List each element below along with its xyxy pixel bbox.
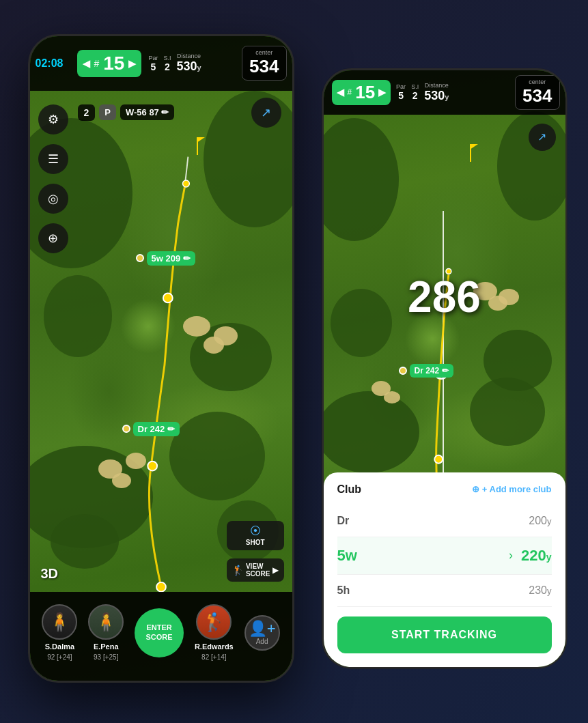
player-2-silhouette: 🧍	[95, 612, 117, 633]
prev-hole-arrow[interactable]: ◀	[83, 58, 90, 69]
right-phone: ◀ # 15 ▶ Par 5 S.I 2 Distance 530y	[322, 68, 568, 669]
right-flag-pole	[470, 148, 471, 162]
player-1-name: S.Dalma	[45, 642, 74, 651]
hole-number: 15	[103, 53, 124, 74]
club-row-dr[interactable]: Dr 200y	[337, 505, 552, 537]
player-2-avatar: 🧍	[88, 604, 124, 640]
right-si-label: S.I	[411, 83, 419, 90]
add-club-label: + Add more club	[482, 484, 552, 494]
right-hole-hash: #	[348, 87, 352, 97]
club-5h-name: 5h	[337, 584, 350, 597]
add-player-button[interactable]: 👤+ Add	[244, 615, 280, 651]
shot-button[interactable]: ⦿ SHOT	[227, 521, 284, 550]
hole-navigation[interactable]: ◀ # 15 ▶	[77, 50, 142, 77]
active-chevron-icon: ›	[509, 548, 513, 563]
right-waypoint-dr[interactable]: Dr 242 ✏	[399, 364, 453, 378]
par-block: Par 5	[148, 55, 158, 72]
right-club-dr-label: Dr 242 ✏	[410, 364, 453, 378]
share-button[interactable]: ↗	[251, 98, 281, 128]
next-hole-arrow[interactable]: ▶	[128, 58, 136, 69]
shot-button-label: SHOT	[246, 539, 265, 546]
svg-point-3	[182, 180, 189, 187]
enter-score-button[interactable]: ENTERSCORE	[135, 608, 184, 657]
svg-point-1	[148, 461, 157, 470]
right-distance-label: Distance	[424, 82, 449, 89]
distance-block: Distance 530y	[176, 53, 201, 74]
right-par-value: 5	[396, 90, 406, 101]
club-dr-distance: 200y	[529, 515, 551, 527]
flag-pole	[197, 141, 198, 155]
waypoint-5w[interactable]: 5w 209 ✏	[136, 251, 195, 266]
left-phone: 02:08 ◀ # 15 ▶ Par 5 S.I 2 Distance	[28, 34, 294, 683]
club-5w-right: › 220y	[509, 547, 552, 565]
golfer-icon: 🏌	[232, 565, 244, 576]
center-distance: center 534	[242, 46, 286, 81]
svg-point-0	[156, 582, 166, 591]
right-next-hole[interactable]: ▶	[378, 87, 386, 98]
left-screen: 02:08 ◀ # 15 ▶ Par 5 S.I 2 Distance	[30, 36, 292, 681]
par-value: 5	[148, 61, 158, 72]
enter-score-label: ENTERSCORE	[146, 623, 173, 641]
waypoint-dr[interactable]: Dr 242 ✏	[122, 422, 180, 436]
view-score-label: VIEWSCORE	[246, 563, 270, 578]
club-badge: W-56 87 ✏	[120, 104, 174, 120]
action-buttons: ⦿ SHOT 🏌 VIEWSCORE ▶	[227, 521, 284, 582]
player-3-avatar: 🏌	[196, 604, 232, 640]
right-center-distance: center 534	[515, 75, 559, 110]
player-3[interactable]: 🏌 R.Edwards 82 [+14]	[195, 604, 234, 661]
shot-number-badge: 2	[78, 104, 96, 121]
club-5w-name: 5w	[337, 547, 357, 565]
center-label: center	[255, 49, 272, 56]
club-5w-label: 5w 209 ✏	[147, 251, 195, 266]
zoom-button[interactable]: ⊕	[38, 223, 68, 253]
right-hole-number: 15	[355, 82, 375, 103]
left-icon-panel: ⚙ ☰ ◎ ⊕	[38, 104, 68, 253]
shot-icon: ⦿	[250, 525, 261, 537]
shot-path	[30, 36, 292, 681]
svg-point-6	[434, 455, 443, 463]
large-distance-display: 286	[408, 272, 481, 322]
threed-view-label[interactable]: 3D	[41, 566, 59, 582]
club-selection-panel: Club ⊕ + Add more club Dr 200y 5w	[324, 472, 565, 667]
club-panel-header: Club ⊕ + Add more club	[337, 483, 552, 496]
si-block: S.I 2	[163, 55, 171, 72]
right-center-value: 534	[522, 85, 552, 107]
waypoint-dot-dr	[122, 425, 130, 433]
club-5h-distance: 230y	[529, 584, 551, 597]
settings-button[interactable]: ⚙	[38, 104, 68, 134]
pin-flag	[194, 137, 205, 155]
right-par-block: Par 5	[396, 83, 406, 101]
player-1-avatar: 🧍	[42, 604, 77, 640]
par-label: Par	[148, 55, 158, 61]
add-club-icon: ⊕	[472, 484, 479, 494]
club-dr-label: Dr 242 ✏	[133, 422, 180, 436]
right-si-value: 2	[411, 90, 419, 101]
right-distance-block: Distance 530y	[424, 82, 449, 103]
start-tracking-button[interactable]: START TRACKING	[337, 616, 552, 653]
club-row-5w[interactable]: 5w › 220y	[337, 537, 552, 575]
right-hole-navigation[interactable]: ◀ # 15 ▶	[332, 80, 391, 105]
player-2[interactable]: 🧍 E.Pena 93 [+25]	[88, 604, 124, 661]
scorecard-button[interactable]: ☰	[38, 144, 68, 174]
distance-label: Distance	[176, 53, 201, 59]
header-bar: 02:08 ◀ # 15 ▶ Par 5 S.I 2 Distance	[30, 36, 292, 91]
add-label: Add	[256, 638, 268, 645]
club-row-5h[interactable]: 5h 230y	[337, 575, 552, 607]
svg-point-2	[163, 293, 172, 302]
right-waypoint-dot	[399, 367, 407, 375]
gps-button[interactable]: ◎	[38, 184, 68, 214]
right-prev-hole[interactable]: ◀	[337, 87, 344, 98]
shot-type-badge: P	[99, 104, 116, 120]
center-value: 534	[249, 56, 279, 77]
hole-hash: #	[94, 58, 100, 69]
right-si-block: S.I 2	[411, 83, 419, 101]
view-score-button[interactable]: 🏌 VIEWSCORE ▶	[227, 558, 284, 582]
player-2-name: E.Pena	[94, 642, 119, 651]
bottom-bar: 🧍 S.Dalma 92 [+24] 🧍 E.Pena 93 [+25] ENT…	[30, 592, 292, 681]
player-1[interactable]: 🧍 S.Dalma 92 [+24]	[42, 604, 77, 661]
si-label: S.I	[163, 55, 171, 61]
add-club-button[interactable]: ⊕ + Add more club	[472, 484, 552, 494]
player-1-score: 92 [+24]	[47, 653, 72, 661]
club-dr-name: Dr	[337, 515, 350, 527]
right-share-button[interactable]: ↗	[529, 124, 556, 151]
